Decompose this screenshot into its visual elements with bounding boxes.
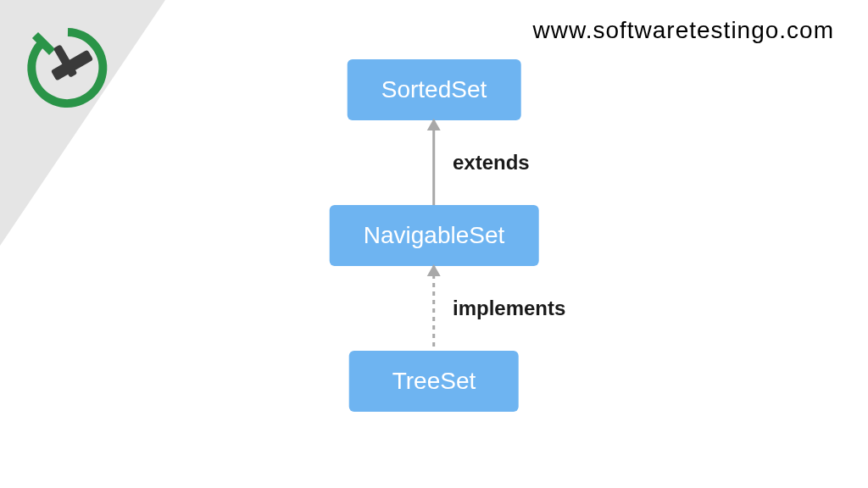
node-sortedset: SortedSet [348, 59, 521, 120]
site-logo [25, 25, 110, 114]
arrow-line-solid [433, 120, 436, 205]
arrow-head-icon [427, 264, 441, 276]
class-hierarchy-diagram: SortedSet extends NavigableSet implement… [330, 59, 539, 412]
extends-label: extends [453, 151, 530, 175]
logo-icon [25, 25, 110, 110]
arrow-head-icon [427, 119, 441, 130]
node-treeset: TreeSet [349, 351, 519, 412]
site-url: www.softwaretestingo.com [533, 17, 834, 44]
connector-extends: extends [349, 120, 519, 205]
arrow-line-dotted [433, 266, 436, 351]
implements-label: implements [453, 297, 565, 320]
connector-implements: implements [349, 266, 519, 351]
node-navigableset: NavigableSet [330, 205, 539, 266]
